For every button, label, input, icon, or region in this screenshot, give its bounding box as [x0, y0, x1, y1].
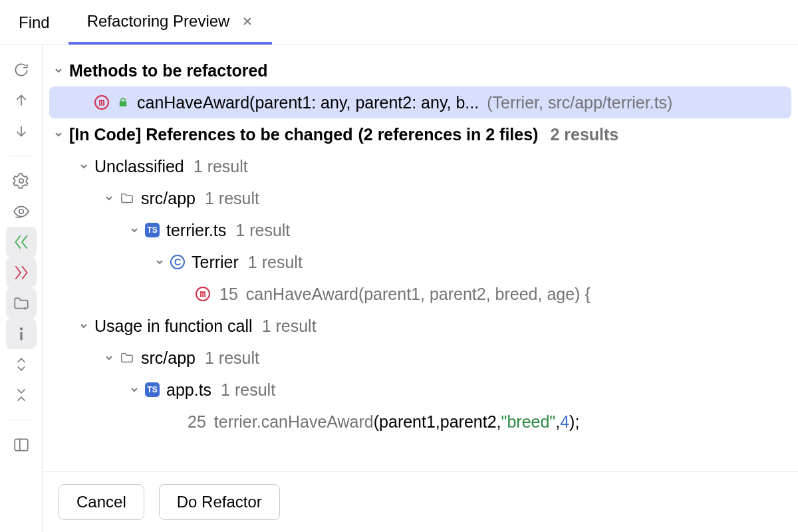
file-name: app.ts — [166, 380, 211, 400]
folder-count: 1 result — [205, 189, 259, 208]
settings-icon[interactable] — [6, 166, 37, 196]
file-count: 1 result — [221, 380, 275, 400]
method-icon: m — [94, 95, 109, 110]
svg-point-2 — [19, 327, 22, 330]
file-count: 1 result — [235, 221, 290, 240]
svg-rect-4 — [15, 439, 28, 450]
arrow-up-icon[interactable] — [6, 85, 37, 116]
group-function-call[interactable]: Usage in function call 1 result — [43, 310, 798, 342]
refactor-tree: Methods to be refactored m canHaveAward(… — [43, 45, 798, 471]
svg-point-0 — [19, 179, 23, 184]
class-name: Terrier — [192, 253, 239, 272]
tab-refactoring-preview-label: Refactoring Preview — [87, 12, 230, 31]
group-methods[interactable]: Methods to be refactored — [43, 55, 798, 86]
method-item-name: canHaveAward(parent1: any, parent2: any,… — [137, 93, 479, 112]
chevron-down-icon — [52, 65, 65, 76]
ts-file-icon: TS — [145, 382, 160, 397]
exclude-icon[interactable] — [6, 257, 37, 288]
usage-terrier-line15[interactable]: m 15 canHaveAward(parent1, parent2, bree… — [43, 278, 798, 310]
close-tab-icon[interactable] — [241, 15, 253, 27]
do-refactor-button[interactable]: Do Refactor — [159, 484, 280, 520]
chevron-down-icon — [153, 257, 166, 267]
refresh-icon[interactable] — [6, 55, 37, 85]
folder-srcapp-2[interactable]: src/app 1 result — [43, 342, 798, 374]
usage-code: terrier.canHaveAward(parent1,parent2,"br… — [214, 412, 580, 432]
tab-find[interactable]: Find — [0, 0, 68, 45]
info-icon[interactable] — [6, 319, 37, 349]
chevron-down-icon — [102, 193, 116, 203]
group-methods-title: Methods to be refactored — [69, 61, 268, 80]
class-icon: C — [170, 255, 185, 269]
group-unclassified[interactable]: Unclassified 1 result — [43, 150, 798, 182]
group-unclassified-title: Unclassified — [94, 157, 184, 176]
preview-icon[interactable] — [6, 196, 37, 227]
layout-icon[interactable] — [6, 430, 37, 460]
collapse-all-icon[interactable] — [6, 380, 37, 410]
chevron-down-icon — [128, 225, 141, 235]
chevron-down-icon — [52, 129, 65, 140]
chevron-down-icon — [128, 384, 141, 395]
folder-count: 1 result — [205, 348, 259, 368]
chevron-down-icon — [77, 321, 90, 331]
arrow-down-icon[interactable] — [6, 116, 37, 146]
group-unclassified-count: 1 result — [194, 157, 248, 176]
method-item-location: (Terrier, src/app/terrier.ts) — [487, 93, 672, 112]
folder-srcapp-1[interactable]: src/app 1 result — [43, 182, 798, 214]
usage-code: canHaveAward(parent1, parent2, breed, ag… — [246, 285, 591, 304]
line-number: 15 — [219, 285, 238, 304]
group-function-call-title: Usage in function call — [94, 317, 253, 336]
file-name: terrier.ts — [166, 221, 226, 240]
tab-refactoring-preview[interactable]: Refactoring Preview — [68, 0, 273, 45]
tab-bar: Find Refactoring Preview — [0, 0, 798, 45]
folder-icon — [120, 191, 134, 205]
chevron-down-icon — [77, 161, 90, 172]
group-references-subtitle: (2 references in 2 files) — [358, 125, 538, 144]
class-count: 1 result — [248, 253, 303, 272]
include-icon[interactable] — [6, 227, 37, 257]
new-folder-icon[interactable] — [6, 288, 37, 319]
group-references[interactable]: [In Code] References to be changed (2 re… — [43, 118, 798, 150]
tool-sidebar — [0, 45, 43, 532]
usage-app-line25[interactable]: 25 terrier.canHaveAward(parent1,parent2,… — [43, 406, 798, 438]
line-number: 25 — [188, 412, 206, 432]
group-references-title: [In Code] References to be changed — [69, 125, 352, 144]
folder-name: src/app — [141, 189, 196, 208]
footer: Cancel Do Refactor — [43, 471, 798, 532]
group-references-count: 2 results — [550, 125, 618, 144]
tab-find-label: Find — [19, 13, 50, 32]
method-item[interactable]: m canHaveAward(parent1: any, parent2: an… — [49, 86, 791, 118]
group-function-call-count: 1 result — [262, 317, 317, 336]
svg-point-1 — [19, 209, 23, 214]
folder-name: src/app — [141, 348, 196, 368]
readonly-icon — [116, 95, 130, 110]
expand-all-icon[interactable] — [6, 349, 37, 380]
file-terrier-ts[interactable]: TS terrier.ts 1 result — [43, 214, 798, 246]
class-terrier[interactable]: C Terrier 1 result — [43, 246, 798, 278]
chevron-down-icon — [102, 352, 116, 363]
ts-file-icon: TS — [145, 223, 160, 237]
file-app-ts[interactable]: TS app.ts 1 result — [43, 374, 798, 406]
method-icon: m — [196, 287, 210, 301]
svg-rect-3 — [20, 332, 22, 340]
cancel-button[interactable]: Cancel — [59, 484, 144, 520]
folder-icon — [120, 350, 134, 365]
